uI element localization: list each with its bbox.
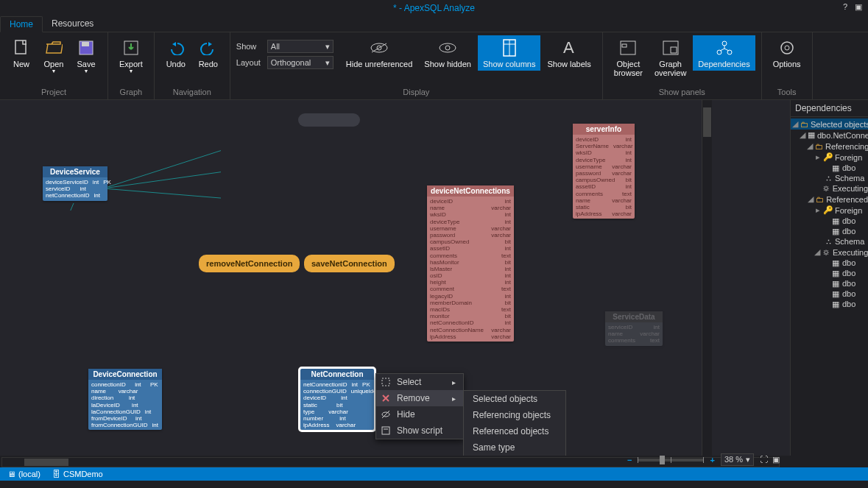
hide-unreferenced-button[interactable]: Hide unreferenced (341, 35, 418, 71)
node-devicenetconnections[interactable]: deviceNetConnections deviceIDintnamevarc… (427, 185, 514, 342)
table-icon: ▦ (831, 289, 840, 298)
table-icon: ▦ (808, 131, 815, 140)
show-hidden-button[interactable]: Show hidden (419, 35, 476, 71)
tree-item[interactable]: ⛬Schema (791, 236, 868, 247)
gear-icon (777, 38, 797, 58)
help-icon[interactable]: ? (843, 2, 847, 12)
dependencies-button[interactable]: Dependencies (693, 35, 755, 71)
svg-point-7 (440, 43, 456, 52)
node-servicedata[interactable]: ServiceData serviceIDintnamevarcharcomme… (605, 311, 663, 346)
title-bar: * - ApexSQL Analyze ? ▣ (0, 0, 868, 16)
save-button[interactable]: Save▼ (71, 35, 102, 76)
chevron-down-icon: ▾ (325, 58, 330, 68)
node-netconnection[interactable]: NetConnection netConnectionIDintPKconnec… (300, 369, 374, 430)
status-database: 🗄CSMDemo (52, 470, 103, 478)
panel-title: Dependencies (791, 100, 868, 117)
sub-same-type[interactable]: Same type (464, 439, 565, 456)
svg-point-17 (722, 41, 727, 46)
redo-button[interactable]: Redo (193, 35, 224, 71)
show-labels-button[interactable]: A Show labels (542, 35, 596, 71)
tree-item[interactable]: ▦dbo (791, 216, 868, 226)
group-showpanels-label: Show panels (659, 88, 705, 98)
tree-item[interactable]: ▦dbo (791, 258, 868, 268)
tree-item[interactable]: ◢⛭Executing (791, 247, 868, 258)
tree-item[interactable]: ▦dbo (791, 278, 868, 289)
svg-point-21 (785, 46, 789, 50)
export-button[interactable]: Export▼ (114, 35, 148, 76)
zoom-out-button[interactable]: − (627, 456, 632, 464)
node-proc-hidden[interactable] (298, 113, 360, 127)
ctx-show-script[interactable]: Show script (376, 422, 463, 439)
svg-point-8 (445, 46, 450, 50)
tab-home[interactable]: Home (0, 16, 43, 32)
chevron-right-icon: ▸ (452, 395, 456, 403)
tree-item[interactable]: ◢🗀Referencing (791, 141, 868, 152)
browser-icon (618, 38, 638, 58)
undo-button[interactable]: Undo (160, 35, 191, 71)
open-button[interactable]: Open▼ (38, 35, 69, 76)
canvas-vertical-scrollbar[interactable] (702, 100, 712, 456)
tab-resources[interactable]: Resources (43, 16, 102, 32)
ctx-hide[interactable]: Hide (376, 406, 463, 422)
tree-item[interactable]: ▸🔑Foreign (791, 152, 868, 163)
graph-overview-button[interactable]: Graph overview (649, 35, 691, 79)
zoom-in-button[interactable]: + (710, 456, 714, 464)
dependencies-tree[interactable]: ◢🗀Selected objects ◢▦dbo.NetConnection ◢… (791, 117, 868, 311)
layout-dropdown[interactable]: Orthogonal▾ (267, 56, 334, 69)
tree-item[interactable]: ⛬Schema (791, 173, 868, 183)
zoom-dropdown[interactable]: 38 %▾ (721, 453, 754, 466)
schema-icon: ⛬ (824, 174, 833, 183)
sub-selected-objects[interactable]: Selected objects (464, 391, 565, 407)
tree-item[interactable]: ▦dbo (791, 289, 868, 299)
tree-item[interactable]: ◢▦dbo.NetConnection (791, 130, 868, 141)
tree-item[interactable]: ▸🔑Foreign (791, 205, 868, 216)
group-navigation-label: Navigation (173, 88, 211, 98)
svg-rect-13 (621, 41, 635, 54)
tree-item[interactable]: ◢🗀Referenced (791, 194, 868, 205)
node-savenetconnection[interactable]: saveNetConnection (304, 255, 395, 272)
options-button[interactable]: Options (768, 35, 806, 71)
svg-text:A: A (563, 38, 574, 57)
ctx-select[interactable]: Select▸ (376, 374, 463, 390)
eye-off-icon (369, 38, 389, 58)
script-icon (381, 425, 391, 436)
database-icon: 🗄 (52, 470, 60, 478)
table-icon: ▦ (831, 258, 840, 267)
node-serverinfo[interactable]: serverInfo deviceIDintServerNamevarcharw… (573, 124, 635, 219)
table-icon: ▦ (831, 279, 840, 288)
zoom-slider[interactable] (638, 459, 704, 462)
tree-item[interactable]: ▦dbo (791, 299, 868, 309)
table-icon: ▦ (831, 269, 840, 277)
sub-referenced-objects[interactable]: Referenced objects (464, 423, 565, 439)
svg-rect-14 (622, 44, 627, 47)
node-removenetconnection[interactable]: removeNetConnection (199, 255, 300, 272)
fit-to-screen-icon[interactable]: ⛶ (760, 455, 768, 464)
node-deviceservice[interactable]: DeviceService deviceServiceIDintPKservic… (43, 166, 107, 201)
actual-size-icon[interactable]: ▣ (772, 455, 780, 464)
context-submenu-remove: Selected objects Referencing objects Ref… (463, 390, 566, 456)
tree-item[interactable]: ⛭Executing (791, 183, 868, 194)
tree-item[interactable]: ▦dbo (791, 226, 868, 236)
window-controls-icon[interactable]: ▣ (855, 2, 862, 12)
chevron-down-icon: ▾ (325, 42, 330, 52)
object-browser-button[interactable]: Object browser (609, 35, 648, 79)
tree-item[interactable]: ▦dbo (791, 163, 868, 173)
svg-rect-22 (382, 378, 389, 386)
node-deviceconnection[interactable]: DeviceConnection connectionIDintPKnameva… (88, 369, 162, 430)
table-icon: ▦ (831, 227, 840, 236)
folder-icon: 🗀 (800, 120, 808, 129)
folder-icon: 🗀 (816, 195, 824, 204)
show-columns-button[interactable]: Show columns (478, 35, 541, 71)
zoom-bar: − + 38 %▾ ⛶ ▣ (627, 453, 780, 466)
show-dropdown[interactable]: All▾ (267, 40, 334, 53)
chevron-right-icon: ▸ (452, 378, 456, 386)
diagram-canvas[interactable]: DeviceService deviceServiceIDintPKservic… (0, 100, 790, 456)
folder-icon: 🗀 (815, 142, 823, 151)
tree-selected-objects[interactable]: ◢🗀Selected objects (791, 119, 868, 130)
sub-referencing-objects[interactable]: Referencing objects (464, 407, 565, 423)
key-icon: 🔑 (824, 206, 833, 215)
ctx-remove[interactable]: Remove▸ (376, 390, 463, 406)
table-icon: ▦ (831, 216, 840, 225)
new-button[interactable]: New (6, 35, 37, 71)
tree-item[interactable]: ▦dbo (791, 268, 868, 278)
